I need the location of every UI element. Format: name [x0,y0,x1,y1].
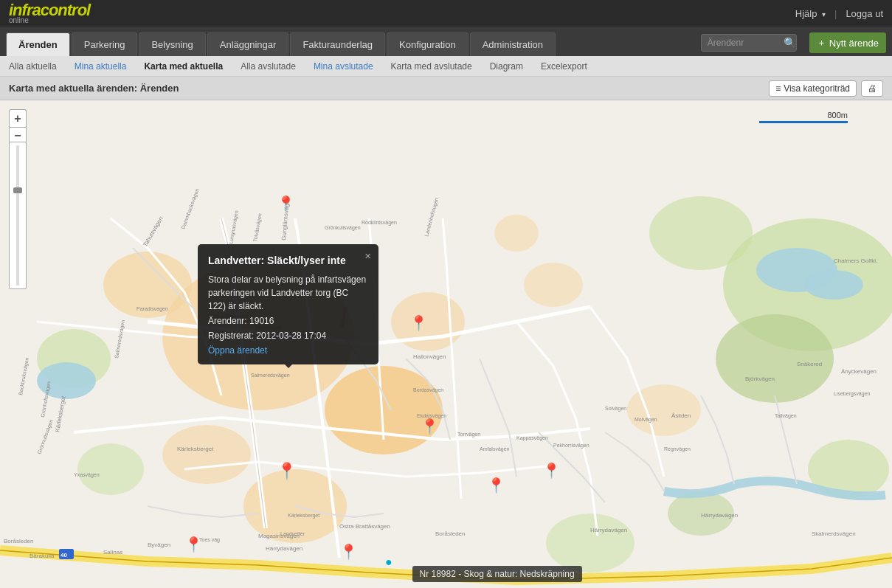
logout-link[interactable]: Logga ut [846,8,883,19]
svg-text:Boråsleden: Boråsleden [435,530,465,537]
svg-point-5 [162,425,251,484]
marker-cyan-1[interactable]: ● [385,556,393,569]
svg-text:Landvetter: Landvetter [280,531,305,536]
subnav-karta-med-avslutade[interactable]: Karta med avslutade [388,60,475,73]
svg-text:Hallonvägen: Hallonvägen [413,353,446,360]
zoom-controls: + − [9,109,27,145]
svg-text:Östra Brattåsvägen: Östra Brattåsvägen [339,523,390,530]
tab-arenden[interactable]: Ärenden [6,32,70,56]
logo-sub: online [9,17,90,24]
svg-text:Grönkullsvägen: Grönkullsvägen [325,225,361,231]
topbar-right: Hjälp ▾ | Logga ut [795,8,883,19]
zoom-in-button[interactable]: + [9,109,27,127]
category-tree-button[interactable]: ≡ Visa kategoriträd [769,80,857,97]
svg-text:Härrydavägen: Härrydavägen [266,545,302,552]
tab-anlaggningar[interactable]: Anläggningar [207,32,289,56]
svg-text:Tallvägen: Tallvägen [775,413,797,419]
popup-arendenr: Ärendenr: 19016 [208,314,368,328]
popup-close-button[interactable]: × [364,250,371,261]
svg-text:Pekhorrisvägen: Pekhorrisvägen [553,443,590,449]
nav-tabs: Ärenden Parkering Belysning Anläggningar… [6,32,556,56]
subnav-alla-avslutade[interactable]: Alla avslutade [238,60,299,73]
svg-text:40: 40 [60,552,67,558]
svg-text:Byvägen: Byvägen [148,542,170,548]
svg-text:Lisebergsvägen: Lisebergsvägen [834,391,871,397]
help-label: Hjälp [795,8,817,19]
category-icon: ≡ [775,83,781,94]
svg-point-13 [649,196,753,270]
marker-yellow-6[interactable]: 📍 [184,536,203,553]
subnav-mina-avslutade[interactable]: Mina avslutade [311,60,376,73]
svg-point-10 [627,384,701,436]
subnav-diagram[interactable]: Diagram [487,60,526,73]
svg-text:Bärakulla: Bärakulla [30,553,55,559]
svg-text:Yxasvägen: Yxasvägen [74,472,100,478]
new-arende-button[interactable]: ＋ Nytt ärende [809,32,886,53]
logout-label: Logga ut [846,8,883,19]
help-dropdown-icon: ▾ [822,10,826,18]
svg-point-12 [716,314,834,403]
print-icon: 🖨 [868,83,877,94]
marker-yellow-2[interactable]: 📍 [409,314,428,332]
tab-konfiguration[interactable]: Konfiguration [387,32,469,56]
marker-yellow-1[interactable]: 📍 [277,195,295,212]
svg-point-20 [804,270,863,300]
svg-point-16 [546,513,635,573]
search-input[interactable] [701,34,797,52]
new-arende-label: Nytt ärende [829,38,879,49]
zoom-thumb[interactable] [13,187,22,193]
help-link[interactable]: Hjälp ▾ [795,8,826,19]
subnav-karta-med-aktuella[interactable]: Karta med aktuella [141,60,226,73]
svg-text:Änyckevägen: Änyckevägen [841,368,877,375]
scale-bar: 800m [759,111,848,123]
logo: infracontrol online [9,2,90,24]
svg-text:Rödklintsvägen: Rödklintsvägen [362,220,397,226]
marker-yellow-5[interactable]: 📍 [542,462,561,480]
category-btn-label: Visa kategoriträd [784,83,850,94]
subnav-alla-aktuella[interactable]: Alla aktuella [6,60,60,73]
subnav-mina-aktuella[interactable]: Mina aktuella [72,60,130,73]
tab-administration[interactable]: Administration [470,32,556,56]
page-title: Karta med aktuella ärenden: Ärenden [9,83,179,94]
svg-text:Chalmers Golfkl.: Chalmers Golfkl. [834,257,877,264]
svg-text:Regnvägen: Regnvägen [664,446,691,452]
svg-text:Snäkered: Snäkered [797,361,822,367]
topbar: infracontrol online Hjälp ▾ | Logga ut [0,0,892,27]
svg-text:Skalmerdsvägen: Skalmerdsvägen [812,530,856,537]
popup-description: Stora delar av belysning på infartsvägen… [208,273,368,313]
svg-text:Salmeredsvägen: Salmeredsvägen [251,373,290,378]
separator: | [834,8,837,19]
scale-label: 800m [827,111,848,120]
svg-text:Torrvägen: Torrvägen [457,432,480,437]
popup-open-link[interactable]: Öppna ärendet [208,345,267,356]
svg-text:Boråsleden: Boråsleden [4,538,33,544]
svg-text:Åsliden: Åsliden [671,412,691,419]
zoom-track [16,145,19,286]
marker-yellow-4[interactable]: 📍 [487,477,505,494]
marker-red-selected[interactable]: 📍 [277,462,297,481]
tab-parkering[interactable]: Parkering [72,32,138,56]
titlebar-buttons: ≡ Visa kategoriträd 🖨 [769,80,883,97]
tab-belysning[interactable]: Belysning [139,32,205,56]
print-button[interactable]: 🖨 [861,80,883,97]
tab-fakturaunderlag[interactable]: Fakturaunderlag [290,32,385,56]
zoom-slider[interactable] [9,142,27,289]
titlebar: Karta med aktuella ärenden: Ärenden ≡ Vi… [0,77,892,100]
map-container[interactable]: Tahutsvägen Dammbacksvägen Lungnasvägen … [0,100,892,588]
popup-title: Landvetter: Släckt/lyser inte [208,253,368,269]
svg-text:Björkvägen: Björkvägen [745,376,775,382]
subnav-excelexport[interactable]: Excelexport [538,60,590,73]
svg-text:Kärleksberget: Kärleksberget [288,513,319,519]
svg-text:Härrydavägen: Härrydavägen [590,527,627,533]
search-icon[interactable]: 🔍 [784,37,796,49]
new-arende-plus-icon: ＋ [817,36,826,49]
scale-line [759,121,848,123]
svg-point-8 [524,263,583,307]
svg-point-9 [494,215,539,252]
svg-text:Paradisvagen: Paradisvagen [136,306,168,312]
svg-text:Salinas: Salinas [103,549,122,556]
navbar: Ärenden Parkering Belysning Anläggningar… [0,27,892,56]
svg-text:Kärleksberget: Kärleksberget [177,446,214,452]
marker-yellow-7[interactable]: 📍 [339,543,358,561]
marker-yellow-3[interactable]: 📍 [421,418,439,435]
